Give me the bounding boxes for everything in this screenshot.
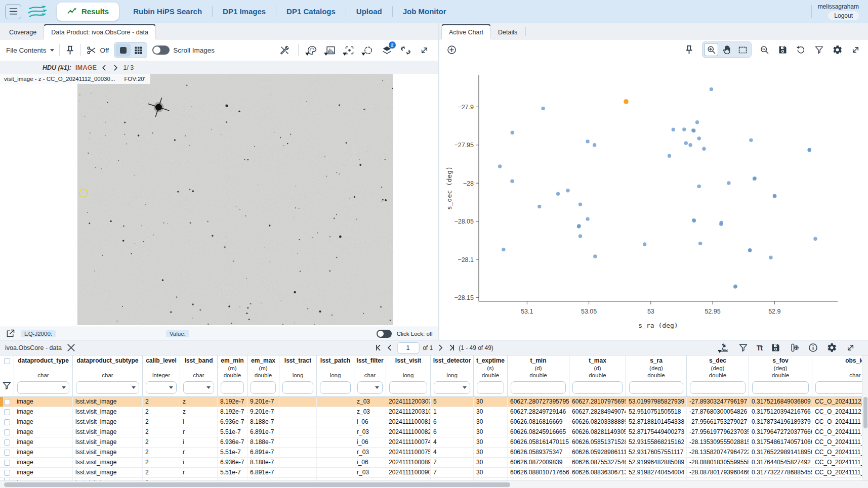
column-filter-input[interactable] xyxy=(389,381,427,394)
column-filter-select[interactable] xyxy=(76,381,139,394)
zoom-in-tool-button[interactable] xyxy=(704,43,718,56)
vertical-scrollbar[interactable] xyxy=(862,356,868,480)
column-filter-input[interactable] xyxy=(572,381,623,394)
column-header-lsst_filter[interactable]: lsst_filterchar xyxy=(354,356,386,396)
next-page-button[interactable] xyxy=(436,344,444,351)
column-filter-select[interactable] xyxy=(17,381,69,394)
select-rect-icon[interactable] xyxy=(737,45,748,55)
click-lock-toggle[interactable] xyxy=(377,330,392,338)
table-row[interactable]: imagelsst.visit_image2z8.192e-79.201e-7z… xyxy=(0,407,868,417)
column-header-t_max[interactable]: t_max(d)double xyxy=(569,356,626,396)
row-checkbox[interactable] xyxy=(4,409,10,415)
filter-icon[interactable] xyxy=(814,45,824,55)
previous-page-button[interactable] xyxy=(386,344,393,351)
tab-rubin-hips-search[interactable]: Rubin HiPS Search xyxy=(123,0,212,23)
open-in-new-icon[interactable] xyxy=(5,328,16,339)
pan-tool-button[interactable] xyxy=(720,43,734,56)
column-filter-input[interactable] xyxy=(320,381,351,394)
unlink-icon[interactable] xyxy=(400,45,411,56)
column-header-lsst_detector[interactable]: lsst_detectorlong xyxy=(431,356,474,396)
select-rect-tool-button[interactable] xyxy=(735,43,750,56)
tab-dp1-images[interactable]: DP1 Images xyxy=(213,0,276,23)
column-header-calib_level[interactable]: calib_levelinteger xyxy=(143,356,180,396)
column-filter-input[interactable] xyxy=(251,381,276,394)
table-row[interactable]: imagelsst.visit_image2r5.51e-76.891e-7r_… xyxy=(0,448,868,458)
column-header-obs_id[interactable]: obs_idchar xyxy=(812,356,868,396)
tab-job-monitor[interactable]: Job Monitor xyxy=(393,0,457,23)
column-header-t_min[interactable]: t_min(d)double xyxy=(508,356,569,396)
table-row[interactable]: imagelsst.visit_image2i6.936e-78.188e-7i… xyxy=(0,437,868,448)
filter-icon[interactable] xyxy=(2,380,12,391)
column-filter-select[interactable] xyxy=(183,381,214,394)
column-header-s_fov[interactable]: s_fov(deg)double xyxy=(749,356,812,396)
row-checkbox[interactable] xyxy=(4,439,10,446)
last-page-button[interactable] xyxy=(447,344,455,351)
expand-icon[interactable] xyxy=(845,342,856,353)
column-filter-select[interactable] xyxy=(434,381,470,394)
expand-icon[interactable] xyxy=(419,45,430,56)
save-icon[interactable] xyxy=(777,45,788,55)
column-filter-input[interactable] xyxy=(690,381,746,394)
column-header-lsst_band[interactable]: lsst_bandchar xyxy=(180,356,218,396)
row-checkbox[interactable] xyxy=(4,450,10,456)
column-header-s_ra[interactable]: s_ra(deg)double xyxy=(626,356,687,396)
tab-upload[interactable]: Upload xyxy=(346,0,392,23)
column-header-em_min[interactable]: em_min(m)double xyxy=(218,356,247,396)
select-all-checkbox[interactable] xyxy=(4,358,10,364)
column-filter-input[interactable] xyxy=(815,381,868,394)
column-header-lsst_visit[interactable]: lsst_visitlong xyxy=(386,356,431,396)
column-header-dataproduct_subtype[interactable]: dataproduct_subtypechar xyxy=(73,356,143,396)
column-filter-select[interactable] xyxy=(146,381,177,394)
fits-image[interactable] xyxy=(77,74,393,325)
table-row[interactable]: imagelsst.visit_image2i6.936e-78.188e-7i… xyxy=(0,458,868,468)
single-view-button[interactable] xyxy=(115,43,131,57)
column-filter-select[interactable] xyxy=(357,381,383,394)
column-filter-input[interactable] xyxy=(629,381,683,394)
zoom-1x-icon[interactable]: 1x xyxy=(759,45,770,55)
horizontal-scrollbar[interactable] xyxy=(0,480,868,488)
column-filter-input[interactable] xyxy=(511,381,566,394)
row-checkbox[interactable] xyxy=(4,399,10,405)
add-chart-icon[interactable] xyxy=(446,45,457,55)
pin-icon[interactable] xyxy=(684,45,694,55)
column-filter-input[interactable] xyxy=(477,381,504,394)
table-row[interactable]: imagelsst.visit_image2z8.192e-79.201e-7z… xyxy=(0,397,868,407)
settings-icon[interactable] xyxy=(832,45,843,55)
microscope-icon[interactable] xyxy=(719,342,730,353)
scatter-chart[interactable]: 53.153.055352.9552.9−27.9−27.95−28−28.05… xyxy=(439,60,868,340)
tools-icon[interactable] xyxy=(279,45,290,56)
column-header-dataproduct_type[interactable]: dataproduct_typechar xyxy=(14,356,73,396)
crop-toggle-button[interactable]: Off xyxy=(86,45,109,56)
page-number-input[interactable] xyxy=(397,342,419,353)
row-checkbox[interactable] xyxy=(4,470,10,476)
column-header-lsst_tract[interactable]: lsst_tractlong xyxy=(279,356,317,396)
tab-coverage[interactable]: Coverage xyxy=(2,25,44,39)
table-row[interactable]: imagelsst.visit_image2i6.936e-78.188e-7i… xyxy=(0,417,868,427)
histogram-icon[interactable] xyxy=(325,45,336,56)
pin-icon[interactable] xyxy=(65,45,75,56)
add-column-icon[interactable] xyxy=(789,342,800,353)
column-header-em_max[interactable]: em_max(m)double xyxy=(247,356,279,396)
close-table-icon[interactable] xyxy=(66,342,76,353)
pan-icon[interactable] xyxy=(722,45,732,55)
tab-data-product[interactable]: Data Product: ivoa.ObsCore - data xyxy=(44,24,156,39)
tab-active-chart[interactable]: Active Chart xyxy=(441,24,491,39)
save-icon[interactable] xyxy=(770,342,781,353)
column-filter-input[interactable] xyxy=(282,381,313,394)
rotate-icon[interactable] xyxy=(796,45,806,55)
grid-view-button[interactable] xyxy=(131,43,146,57)
recenter-icon[interactable] xyxy=(344,45,355,56)
info-icon[interactable] xyxy=(808,342,818,353)
text-view-icon[interactable]: Tt xyxy=(757,344,762,352)
logout-button[interactable]: Logout xyxy=(828,11,859,20)
expand-icon[interactable] xyxy=(850,45,861,55)
column-header-s_dec[interactable]: s_dec(deg)double xyxy=(687,356,749,396)
next-hdu-button[interactable] xyxy=(112,64,119,71)
scroll-images-toggle[interactable]: Scroll Images xyxy=(152,46,215,55)
row-checkbox[interactable] xyxy=(4,460,10,466)
row-checkbox[interactable] xyxy=(4,429,10,435)
tab-details[interactable]: Details xyxy=(491,25,524,39)
column-header-lsst_patch[interactable]: lsst_patchlong xyxy=(317,356,354,396)
column-header-t_exptime[interactable]: t_exptime(s)double xyxy=(474,356,508,396)
column-filter-input[interactable] xyxy=(752,381,809,394)
